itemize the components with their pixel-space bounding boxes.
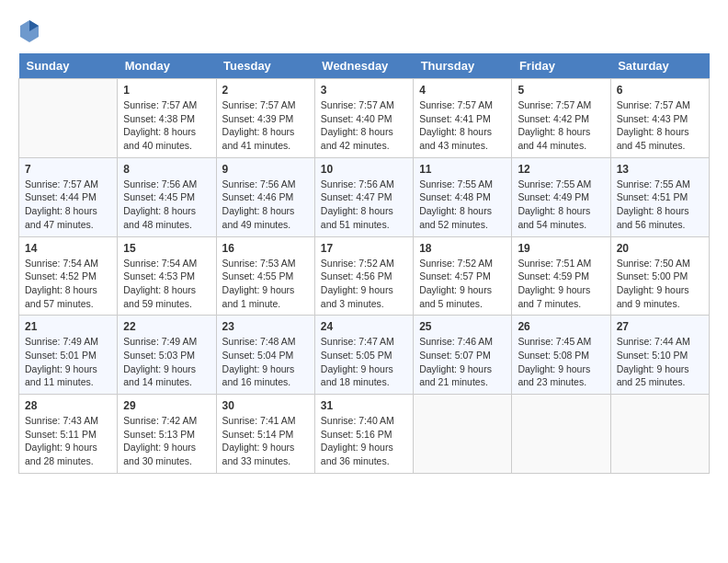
day-info: Sunrise: 7:54 AM Sunset: 4:52 PM Dayligh…: [25, 257, 111, 311]
calendar-cell: 24Sunrise: 7:47 AM Sunset: 5:05 PM Dayli…: [314, 316, 413, 395]
day-number: 16: [222, 242, 309, 255]
calendar-cell: 30Sunrise: 7:41 AM Sunset: 5:14 PM Dayli…: [216, 395, 314, 474]
calendar-cell: 4Sunrise: 7:57 AM Sunset: 4:41 PM Daylig…: [414, 79, 512, 158]
day-number: 14: [25, 242, 111, 255]
calendar-week-row: 28Sunrise: 7:43 AM Sunset: 5:11 PM Dayli…: [19, 395, 710, 474]
day-number: 7: [25, 163, 111, 176]
day-number: 25: [419, 320, 506, 333]
day-info: Sunrise: 7:45 AM Sunset: 5:08 PM Dayligh…: [518, 335, 604, 389]
calendar-cell: 21Sunrise: 7:49 AM Sunset: 5:01 PM Dayli…: [19, 316, 118, 395]
calendar-cell: 3Sunrise: 7:57 AM Sunset: 4:40 PM Daylig…: [314, 79, 413, 158]
day-info: Sunrise: 7:47 AM Sunset: 5:05 PM Dayligh…: [321, 335, 407, 389]
day-info: Sunrise: 7:51 AM Sunset: 4:59 PM Dayligh…: [518, 257, 604, 311]
day-info: Sunrise: 7:55 AM Sunset: 4:49 PM Dayligh…: [518, 178, 604, 232]
day-number: 17: [321, 242, 407, 255]
day-number: 15: [123, 242, 210, 255]
day-number: 1: [123, 84, 210, 97]
day-number: 8: [123, 163, 210, 176]
calendar-cell: 26Sunrise: 7:45 AM Sunset: 5:08 PM Dayli…: [512, 316, 610, 395]
day-of-week-header: Monday: [118, 53, 216, 79]
calendar-cell: 12Sunrise: 7:55 AM Sunset: 4:49 PM Dayli…: [512, 157, 610, 236]
calendar-cell: 5Sunrise: 7:57 AM Sunset: 4:42 PM Daylig…: [512, 79, 610, 158]
day-number: 27: [617, 320, 703, 333]
day-number: 12: [518, 163, 604, 176]
day-of-week-header: Wednesday: [314, 53, 413, 79]
day-number: 28: [25, 399, 111, 412]
day-number: 6: [617, 84, 703, 97]
day-of-week-header: Tuesday: [216, 53, 314, 79]
day-info: Sunrise: 7:54 AM Sunset: 4:53 PM Dayligh…: [123, 257, 210, 311]
day-number: 2: [222, 84, 309, 97]
day-info: Sunrise: 7:57 AM Sunset: 4:40 PM Dayligh…: [321, 98, 407, 153]
day-of-week-header: Thursday: [414, 53, 512, 79]
day-info: Sunrise: 7:50 AM Sunset: 5:00 PM Dayligh…: [617, 257, 703, 311]
calendar-week-row: 14Sunrise: 7:54 AM Sunset: 4:52 PM Dayli…: [19, 236, 710, 316]
day-info: Sunrise: 7:56 AM Sunset: 4:45 PM Dayligh…: [123, 178, 210, 232]
day-info: Sunrise: 7:57 AM Sunset: 4:42 PM Dayligh…: [518, 98, 604, 153]
day-number: 19: [518, 242, 604, 255]
calendar-cell: 14Sunrise: 7:54 AM Sunset: 4:52 PM Dayli…: [19, 236, 118, 316]
calendar-cell: [414, 395, 512, 474]
calendar-cell: 20Sunrise: 7:50 AM Sunset: 5:00 PM Dayli…: [610, 236, 709, 316]
day-info: Sunrise: 7:40 AM Sunset: 5:16 PM Dayligh…: [321, 414, 407, 468]
day-number: 4: [419, 84, 506, 97]
calendar-cell: 13Sunrise: 7:55 AM Sunset: 4:51 PM Dayli…: [610, 157, 709, 236]
calendar-cell: 11Sunrise: 7:55 AM Sunset: 4:48 PM Dayli…: [414, 157, 512, 236]
calendar-cell: 28Sunrise: 7:43 AM Sunset: 5:11 PM Dayli…: [19, 395, 118, 474]
calendar-cell: 23Sunrise: 7:48 AM Sunset: 5:04 PM Dayli…: [216, 316, 314, 395]
day-number: 22: [123, 320, 210, 333]
day-info: Sunrise: 7:49 AM Sunset: 5:03 PM Dayligh…: [123, 335, 210, 389]
day-info: Sunrise: 7:53 AM Sunset: 4:55 PM Dayligh…: [222, 257, 309, 311]
day-info: Sunrise: 7:49 AM Sunset: 5:01 PM Dayligh…: [25, 335, 111, 389]
day-info: Sunrise: 7:57 AM Sunset: 4:44 PM Dayligh…: [25, 178, 111, 232]
calendar-cell: 31Sunrise: 7:40 AM Sunset: 5:16 PM Dayli…: [314, 395, 413, 474]
day-info: Sunrise: 7:48 AM Sunset: 5:04 PM Dayligh…: [222, 335, 309, 389]
day-info: Sunrise: 7:56 AM Sunset: 4:47 PM Dayligh…: [321, 178, 407, 232]
calendar-cell: 27Sunrise: 7:44 AM Sunset: 5:10 PM Dayli…: [610, 316, 709, 395]
day-info: Sunrise: 7:52 AM Sunset: 4:56 PM Dayligh…: [321, 257, 407, 311]
day-of-week-header: Saturday: [610, 53, 709, 79]
calendar-cell: 17Sunrise: 7:52 AM Sunset: 4:56 PM Dayli…: [314, 236, 413, 316]
day-info: Sunrise: 7:57 AM Sunset: 4:43 PM Dayligh…: [617, 98, 703, 153]
day-info: Sunrise: 7:57 AM Sunset: 4:39 PM Dayligh…: [222, 98, 309, 153]
calendar-cell: 10Sunrise: 7:56 AM Sunset: 4:47 PM Dayli…: [314, 157, 413, 236]
day-of-week-header: Friday: [512, 53, 610, 79]
day-info: Sunrise: 7:55 AM Sunset: 4:48 PM Dayligh…: [419, 178, 506, 232]
day-number: 23: [222, 320, 309, 333]
logo: [18, 18, 44, 44]
calendar-cell: [512, 395, 610, 474]
calendar-week-row: 1Sunrise: 7:57 AM Sunset: 4:38 PM Daylig…: [19, 79, 710, 158]
day-info: Sunrise: 7:57 AM Sunset: 4:41 PM Dayligh…: [419, 98, 506, 153]
day-number: 5: [518, 84, 604, 97]
day-number: 31: [321, 399, 407, 412]
day-number: 10: [321, 163, 407, 176]
calendar-header-row: SundayMondayTuesdayWednesdayThursdayFrid…: [19, 53, 710, 79]
day-info: Sunrise: 7:57 AM Sunset: 4:38 PM Dayligh…: [123, 98, 210, 153]
day-number: 11: [419, 163, 506, 176]
day-number: 26: [518, 320, 604, 333]
calendar-cell: 7Sunrise: 7:57 AM Sunset: 4:44 PM Daylig…: [19, 157, 118, 236]
calendar-cell: 18Sunrise: 7:52 AM Sunset: 4:57 PM Dayli…: [414, 236, 512, 316]
calendar-cell: 9Sunrise: 7:56 AM Sunset: 4:46 PM Daylig…: [216, 157, 314, 236]
day-number: 21: [25, 320, 111, 333]
day-number: 13: [617, 163, 703, 176]
day-of-week-header: Sunday: [19, 53, 118, 79]
day-info: Sunrise: 7:56 AM Sunset: 4:46 PM Dayligh…: [222, 178, 309, 232]
calendar-cell: 1Sunrise: 7:57 AM Sunset: 4:38 PM Daylig…: [118, 79, 216, 158]
calendar-cell: [19, 79, 118, 158]
day-number: 24: [321, 320, 407, 333]
calendar-cell: 25Sunrise: 7:46 AM Sunset: 5:07 PM Dayli…: [414, 316, 512, 395]
calendar-cell: 19Sunrise: 7:51 AM Sunset: 4:59 PM Dayli…: [512, 236, 610, 316]
day-info: Sunrise: 7:44 AM Sunset: 5:10 PM Dayligh…: [617, 335, 703, 389]
calendar-table: SundayMondayTuesdayWednesdayThursdayFrid…: [18, 53, 710, 474]
day-info: Sunrise: 7:41 AM Sunset: 5:14 PM Dayligh…: [222, 414, 309, 468]
day-info: Sunrise: 7:42 AM Sunset: 5:13 PM Dayligh…: [123, 414, 210, 468]
day-number: 20: [617, 242, 703, 255]
calendar-cell: 16Sunrise: 7:53 AM Sunset: 4:55 PM Dayli…: [216, 236, 314, 316]
calendar-week-row: 21Sunrise: 7:49 AM Sunset: 5:01 PM Dayli…: [19, 316, 710, 395]
calendar-cell: 6Sunrise: 7:57 AM Sunset: 4:43 PM Daylig…: [610, 79, 709, 158]
day-number: 3: [321, 84, 407, 97]
calendar-cell: 8Sunrise: 7:56 AM Sunset: 4:45 PM Daylig…: [118, 157, 216, 236]
calendar-cell: 29Sunrise: 7:42 AM Sunset: 5:13 PM Dayli…: [118, 395, 216, 474]
calendar-cell: [610, 395, 709, 474]
